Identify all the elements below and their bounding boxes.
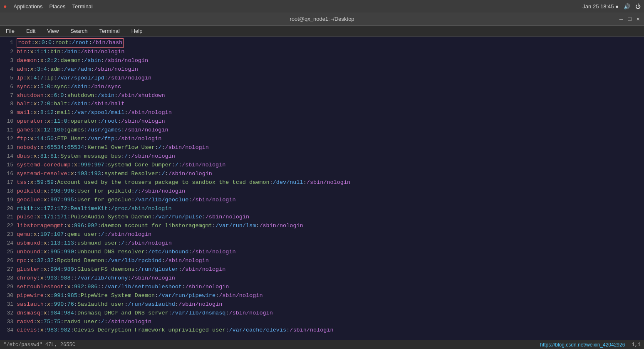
datetime: Jan 25 18:45 ●: [582, 3, 619, 10]
line-number: 17: [3, 178, 13, 187]
line-content: sync:x:5:0:sync:/sbin:/bin/sync: [17, 83, 121, 92]
line-content: libstoragemgmt:x:996:992:daemon account …: [17, 222, 303, 230]
table-row: 18polkitd:x:998:996:User for polkitd:/:/…: [3, 187, 641, 196]
system-bar-left: ● Applications Places Terminal: [3, 3, 93, 10]
line-number: 15: [3, 161, 13, 169]
line-content: nobody:x:65534:65534:Kernel Overflow Use…: [17, 144, 209, 152]
menu-file[interactable]: File: [3, 27, 17, 35]
table-row: 3daemon:x:2:2:daemon:/sbin:/sbin/nologin: [3, 57, 641, 65]
line-content: lp:x:4:7:lp:/var/spool/lpd:/sbin/nologin: [17, 74, 151, 83]
line-content: bin:x:1:1:bin:/bin:/sbin/nologin: [17, 48, 124, 57]
line-number: 18: [3, 187, 13, 196]
os-logo: ●: [3, 3, 7, 10]
menu-view[interactable]: View: [45, 27, 61, 35]
cursor-position: 1,1: [632, 342, 641, 348]
system-bar-right: Jan 25 18:45 ● 🔊 ⏻: [582, 3, 641, 10]
line-number: 20: [3, 205, 13, 213]
line-content: clevis:x:983:982:Clevis Decryption Frame…: [17, 326, 334, 335]
line-number: 9: [3, 109, 13, 117]
line-number: 22: [3, 222, 13, 230]
line-content: shutdown:x:6:0:shutdown:/sbin:/sbin/shut…: [17, 92, 165, 100]
table-row: 12ftp:x:14:50:FTP User:/var/ftp:/sbin/no…: [3, 135, 641, 144]
status-bar: "/etc/passwd" 47L, 2655C https://blog.cs…: [0, 340, 644, 349]
table-row: 25unbound:x:995:990:Unbound DNS resolver…: [3, 248, 641, 257]
table-row: 33radvd:x:75:75:radvd user:/:/sbin/nolog…: [3, 318, 641, 327]
power-icon[interactable]: ⏻: [635, 3, 641, 10]
line-content: unbound:x:995:990:Unbound DNS resolver:/…: [17, 248, 236, 257]
menu-edit[interactable]: Edit: [24, 27, 38, 35]
line-number: 19: [3, 196, 13, 204]
table-row: 28chrony:x:993:988::/var/lib/chrony:/sbi…: [3, 274, 641, 283]
minimize-button[interactable]: —: [619, 16, 623, 22]
line-number: 8: [3, 100, 13, 108]
table-row: 30pipewire:x:991:985:PipeWire System Dae…: [3, 292, 641, 300]
line-content: chrony:x:993:988::/var/lib/chrony:/sbin/…: [17, 274, 175, 283]
line-content: dbus:x:81:81:System message bus:/:/sbin/…: [17, 152, 175, 161]
table-row: 9mail:x:8:12:mail:/var/spool/mail:/sbin/…: [3, 109, 641, 117]
close-button[interactable]: ✕: [637, 15, 640, 22]
line-number: 2: [3, 48, 13, 56]
table-row: 13nobody:x:65534:65534:Kernel Overflow U…: [3, 144, 641, 152]
line-content: systemd-resolve:x:193:193:systemd Resolv…: [17, 170, 212, 178]
table-row: 29setroubleshoot:x:992:986::/var/lib/set…: [3, 283, 641, 292]
line-content: root:x:0:0:root:/root:/bin/bash: [17, 38, 124, 48]
line-content: geoclue:x:997:995:User for geoclue:/var/…: [17, 196, 236, 205]
table-row: 1root:x:0:0:root:/root:/bin/bash: [3, 38, 641, 48]
terminal-content[interactable]: 1root:x:0:0:root:/root:/bin/bash2bin:x:1…: [0, 37, 644, 340]
line-number: 29: [3, 283, 13, 291]
line-number: 26: [3, 257, 13, 265]
terminal-window: root@qx_node1:~/Desktop — □ ✕ File Edit …: [0, 12, 644, 349]
line-number: 30: [3, 292, 13, 300]
table-row: 22libstoragemgmt:x:996:992:daemon accoun…: [3, 222, 641, 230]
line-number: 31: [3, 300, 13, 309]
table-row: 32dnsmasq:x:984:984:Dnsmasq DHCP and DNS…: [3, 309, 641, 318]
line-content: halt:x:7:0:halt:/sbin:/sbin/halt: [17, 100, 124, 109]
table-row: 10operator:x:11:0:operator:/root:/sbin/n…: [3, 117, 641, 126]
table-row: 14dbus:x:81:81:System message bus:/:/sbi…: [3, 152, 641, 161]
line-content: rtkit:x:172:172:RealtimeKit:/proc/sbin/n…: [17, 205, 172, 213]
table-row: 8halt:x:7:0:halt:/sbin:/sbin/halt: [3, 100, 641, 109]
menu-terminal[interactable]: Terminal: [72, 3, 93, 10]
line-number: 7: [3, 92, 13, 100]
table-row: 16systemd-resolve:x:193:193:systemd Reso…: [3, 170, 641, 178]
line-number: 11: [3, 126, 13, 134]
line-number: 13: [3, 144, 13, 152]
line-number: 21: [3, 213, 13, 221]
table-row: 27gluster:x:994:989:GlusterFS daemons:/r…: [3, 265, 641, 274]
menu-help[interactable]: Help: [129, 27, 145, 35]
line-number: 5: [3, 74, 13, 82]
menu-search[interactable]: Search: [68, 27, 90, 35]
line-content: pipewire:x:991:985:PipeWire System Daemo…: [17, 292, 263, 300]
line-number: 6: [3, 83, 13, 91]
table-row: 31saslauth:x:990:76:Saslauthd user:/run/…: [3, 300, 641, 309]
line-content: rpc:x:32:32:Rpcbind Daemon:/var/lib/rpcb…: [17, 257, 209, 265]
line-number: 12: [3, 135, 13, 143]
window-controls: — □ ✕: [619, 15, 640, 22]
volume-icon[interactable]: 🔊: [624, 3, 630, 10]
maximize-button[interactable]: □: [628, 16, 631, 22]
line-content: saslauth:x:990:76:Saslauthd user:/run/sa…: [17, 300, 222, 309]
table-row: 4adm:x:3:4:adm:/var/adm:/sbin/nologin: [3, 65, 641, 74]
table-row: 11games:x:12:100:games:/usr/games:/sbin/…: [3, 126, 641, 135]
line-content: dnsmasq:x:984:984:Dnsmasq DHCP and DNS s…: [17, 309, 273, 318]
table-row: 5lp:x:4:7:lp:/var/spool/lpd:/sbin/nologi…: [3, 74, 641, 83]
menu-applications[interactable]: Applications: [13, 3, 42, 10]
table-row: 24usbmuxd:x:113:113:usbmuxd user:/:/sbin…: [3, 239, 641, 248]
title-bar: root@qx_node1:~/Desktop — □ ✕: [0, 12, 644, 26]
line-content: pulse:x:171:171:PulseAudio System Daemon…: [17, 213, 249, 222]
line-content: ftp:x:14:50:FTP User:/var/ftp:/sbin/nolo…: [17, 135, 161, 144]
menu-terminal[interactable]: Terminal: [97, 27, 122, 35]
line-content: usbmuxd:x:113:113:usbmuxd user:/:/sbin/n…: [17, 239, 172, 248]
line-number: 3: [3, 57, 13, 65]
menu-places[interactable]: Places: [50, 3, 66, 10]
line-content: tss:x:59:59:Account used by the trousers…: [17, 178, 350, 187]
blog-link[interactable]: https://blog.csdn.net/weixin_42042926: [540, 342, 625, 348]
line-number: 14: [3, 152, 13, 161]
line-content: mail:x:8:12:mail:/var/spool/mail:/sbin/n…: [17, 109, 172, 117]
line-number: 4: [3, 65, 13, 74]
table-row: 19geoclue:x:997:995:User for geoclue:/va…: [3, 196, 641, 205]
line-content: polkitd:x:998:996:User for polkitd:/:/sb…: [17, 187, 185, 196]
line-content: systemd-coredump:x:999:997:systemd Core …: [17, 161, 225, 170]
line-content: radvd:x:75:75:radvd user:/:/sbin/nologin: [17, 318, 151, 327]
line-content: games:x:12:100:games:/usr/games:/sbin/no…: [17, 126, 168, 135]
